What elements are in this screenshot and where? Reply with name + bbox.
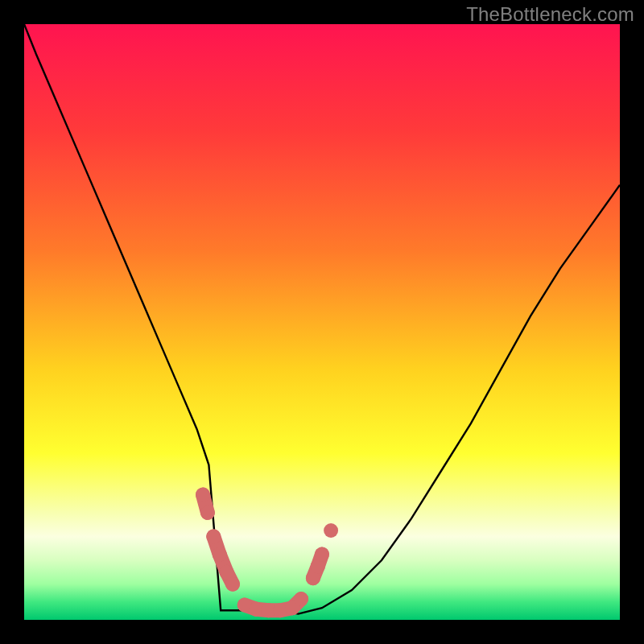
chart-frame: TheBottleneck.com [0,0,644,644]
marker-dot [273,603,287,617]
marker-dot [324,523,338,538]
marker-dot [225,577,240,592]
curve-layer [24,24,620,620]
marker-dot [206,529,221,543]
marker-dot [196,488,210,502]
bottleneck-curve [24,24,620,614]
marker-dot [213,547,227,562]
marker-dot [315,547,329,562]
plot-area [24,24,620,620]
marker-dot [294,592,308,606]
marker-dot [200,506,215,520]
watermark-label: TheBottleneck.com [466,3,634,26]
marker-group [196,488,338,618]
